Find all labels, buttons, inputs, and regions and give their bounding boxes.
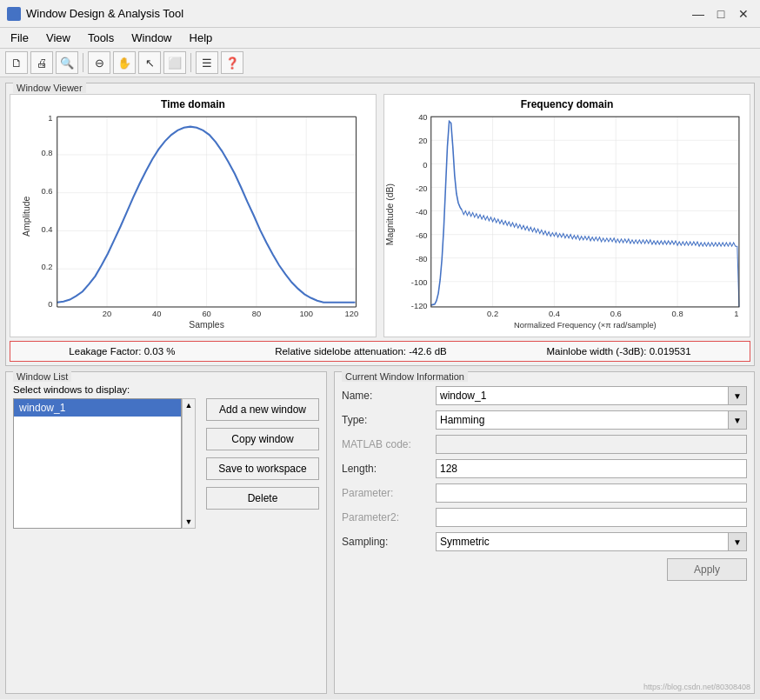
list-item[interactable]: window_1 (14, 399, 181, 417)
svg-text:20: 20 (418, 137, 427, 145)
maximize-button[interactable]: □ (711, 5, 730, 23)
toolbar-sep-1 (83, 53, 83, 72)
window-list-panel: Window List Select windows to display: w… (5, 371, 327, 694)
select-button[interactable]: ↖ (138, 51, 161, 74)
mainlobe-stat: Mainlobe width (-3dB): 0.019531 (546, 346, 690, 357)
menu-file[interactable]: File (3, 30, 36, 46)
svg-text:20: 20 (103, 310, 111, 318)
svg-text:Samples: Samples (189, 320, 224, 330)
scroll-up-icon[interactable]: ▲ (185, 401, 193, 410)
cwi-type-wrap: Hamming Hanning Blackman Bartlett Rectan… (436, 410, 747, 430)
menubar: File View Tools Window Help (0, 28, 760, 49)
window-viewer-panel: Window Viewer Time domain (5, 83, 755, 366)
svg-text:40: 40 (418, 113, 427, 122)
delete-button[interactable]: Delete (206, 487, 319, 510)
leakage-stat: Leakage Factor: 0.03 % (69, 346, 175, 357)
frequency-domain-plot: Frequency domain (383, 94, 750, 337)
sidelobe-stat: Relative sidelobe attenuation: -42.6 dB (275, 346, 447, 357)
menu-tools[interactable]: Tools (81, 30, 121, 46)
main-area: Window Viewer Time domain (0, 77, 760, 699)
stats-bar: Leakage Factor: 0.03 % Relative sidelobe… (10, 341, 750, 362)
watermark: https://blog.csdn.net/80308408 (643, 683, 750, 691)
time-domain-area: 0 0.2 0.4 0.6 0.8 1 20 40 60 80 100 120 (10, 112, 376, 330)
svg-text:0: 0 (48, 300, 52, 309)
frequency-domain-area: 40 20 0 -20 -40 -60 -80 -100 -120 0.2 0.… (384, 112, 750, 330)
svg-text:-20: -20 (416, 184, 428, 193)
cwi-length-input[interactable] (436, 459, 747, 478)
list-scrollbar[interactable]: ▲ ▼ (182, 398, 196, 529)
svg-text:0.6: 0.6 (610, 310, 622, 318)
help-button[interactable]: ❓ (221, 51, 243, 74)
cwi-param-label: Parameter: (342, 487, 429, 499)
svg-text:1: 1 (734, 310, 738, 318)
copy-window-button[interactable]: Copy window (206, 428, 319, 450)
print-button[interactable]: 🖨 (30, 51, 53, 74)
select-windows-label: Select windows to display: (13, 384, 319, 395)
plots-row: Time domain (10, 94, 750, 337)
cwi-name-input[interactable] (436, 386, 747, 405)
grid-button[interactable]: ☰ (196, 51, 218, 74)
svg-text:0.4: 0.4 (42, 225, 53, 234)
minimize-button[interactable]: — (689, 5, 708, 23)
svg-text:0.6: 0.6 (42, 187, 53, 196)
app-icon (7, 7, 21, 21)
svg-text:-100: -100 (411, 278, 428, 287)
cwi-label: Current Window Information (342, 371, 468, 382)
list-and-buttons: window_1 ▲ ▼ Add a new window Copy windo… (13, 398, 319, 529)
cwi-matlab-label: MATLAB code: (342, 438, 429, 450)
toolbar-sep-2 (190, 53, 191, 72)
cwi-param2-input[interactable] (436, 508, 747, 527)
cwi-name-label: Name: (342, 390, 429, 402)
scroll-down-icon[interactable]: ▼ (185, 517, 193, 526)
toolbar: 🗋 🖨 🔍 ⊖ ✋ ↖ ⬜ ☰ ❓ (0, 49, 760, 77)
cwi-param2-label: Parameter2: (342, 511, 429, 523)
svg-text:-120: -120 (411, 302, 428, 310)
window-list-box[interactable]: window_1 (13, 398, 182, 529)
svg-text:80: 80 (252, 310, 261, 318)
cwi-sampling-label: Sampling: (342, 536, 429, 548)
titlebar: Window Design & Analysis Tool — □ ✕ (0, 0, 760, 28)
svg-text:120: 120 (344, 310, 358, 318)
svg-text:Magnitude (dB): Magnitude (dB) (385, 183, 395, 245)
svg-text:0.4: 0.4 (549, 310, 560, 318)
pan-button[interactable]: ✋ (113, 51, 136, 74)
svg-text:-60: -60 (416, 231, 428, 240)
list-buttons: Add a new window Copy window Save to wor… (206, 398, 319, 529)
frequency-domain-title: Frequency domain (384, 95, 750, 112)
titlebar-left: Window Design & Analysis Tool (7, 7, 183, 21)
svg-text:0.2: 0.2 (487, 310, 498, 318)
zoom-in-button[interactable]: 🔍 (56, 51, 78, 74)
cwi-param-input[interactable] (436, 483, 747, 503)
cwi-sampling-select[interactable]: Symmetric Periodic (436, 532, 747, 551)
time-domain-svg: 0 0.2 0.4 0.6 0.8 1 20 40 60 80 100 120 (10, 112, 376, 330)
svg-text:Amplitude: Amplitude (23, 196, 32, 236)
menu-view[interactable]: View (39, 30, 77, 46)
svg-text:0.8: 0.8 (42, 149, 53, 157)
svg-text:60: 60 (202, 310, 210, 318)
menu-window[interactable]: Window (124, 30, 178, 46)
svg-text:-40: -40 (416, 208, 428, 217)
zoom-fit-button[interactable]: ⬜ (163, 51, 186, 74)
cwi-sampling-wrap: Symmetric Periodic ▼ (436, 532, 747, 551)
add-window-button[interactable]: Add a new window (206, 398, 319, 421)
svg-text:Normalized Frequency  (×π rad/: Normalized Frequency (×π rad/sample) (514, 321, 657, 330)
menu-help[interactable]: Help (183, 30, 220, 46)
frequency-domain-svg: 40 20 0 -20 -40 -60 -80 -100 -120 0.2 0.… (384, 112, 750, 330)
new-button[interactable]: 🗋 (5, 51, 28, 74)
cwi-matlab-input (436, 435, 747, 454)
cwi-grid: Name: ▼ Type: Hamming Hanning Blackman B… (342, 386, 747, 551)
apply-button[interactable]: Apply (667, 558, 747, 581)
svg-text:-80: -80 (416, 255, 428, 263)
window-list-label: Window List (13, 371, 71, 382)
window-title: Window Design & Analysis Tool (26, 7, 183, 20)
cwi-type-select[interactable]: Hamming Hanning Blackman Bartlett Rectan… (436, 410, 747, 430)
time-domain-title: Time domain (10, 95, 376, 112)
zoom-out-button[interactable]: ⊖ (88, 51, 110, 74)
window-viewer-label: Window Viewer (13, 83, 86, 93)
save-workspace-button[interactable]: Save to workspace (206, 457, 319, 480)
close-button[interactable]: ✕ (734, 5, 753, 23)
svg-text:0: 0 (423, 161, 427, 170)
svg-text:1: 1 (48, 114, 52, 123)
cwi-panel: Current Window Information Name: ▼ Type:… (334, 371, 755, 694)
svg-text:0.8: 0.8 (672, 310, 683, 318)
